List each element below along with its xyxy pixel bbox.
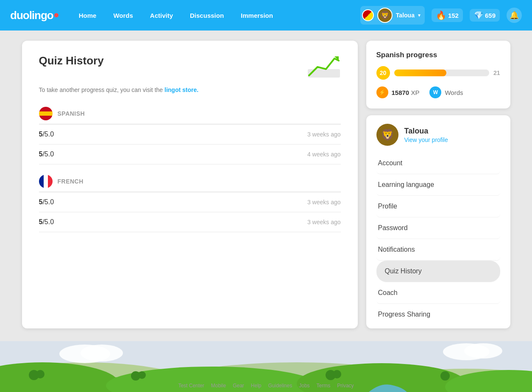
menu-item-learning-language[interactable]: Learning language	[376, 174, 500, 196]
table-row: 5/5.0 3 weeks ago	[39, 125, 341, 145]
nav-immersion[interactable]: Immersion	[234, 8, 280, 22]
svg-point-16	[333, 370, 341, 378]
svg-point-17	[440, 371, 450, 381]
footer: Test Center Mobile Gear Help Guidelines …	[178, 383, 354, 389]
svg-rect-0	[308, 69, 340, 78]
menu-item-account[interactable]: Account	[376, 153, 500, 174]
score-time: 4 weeks ago	[307, 151, 341, 158]
footer-link-guidelines[interactable]: Guidelines	[268, 383, 292, 389]
progress-title: Spanish progress	[376, 51, 500, 59]
spanish-section: SPANISH 5/5.0 3 weeks ago 5/5.0 4 weeks …	[39, 107, 341, 164]
menu-item-password[interactable]: Password	[376, 217, 500, 239]
score-value: 5/5.0	[39, 150, 54, 158]
level-bar-container: 20 21	[376, 66, 500, 80]
gem-icon: 💎	[474, 11, 483, 20]
nav-home[interactable]: Home	[72, 8, 103, 22]
svg-point-10	[445, 370, 532, 392]
progress-bar-background	[394, 70, 489, 76]
profile-header: 🦁 Taloua View your profile	[376, 124, 500, 146]
footer-link-terms[interactable]: Terms	[317, 383, 331, 389]
menu-item-notifications[interactable]: Notifications	[376, 239, 500, 261]
menu-item-progress-sharing[interactable]: Progress Sharing	[376, 304, 500, 325]
footer-link-mobile[interactable]: Mobile	[211, 383, 226, 389]
view-profile-link[interactable]: View your profile	[404, 136, 448, 143]
svg-point-11	[29, 370, 39, 380]
words-stat: W Words	[429, 86, 463, 98]
svg-point-13	[131, 371, 140, 381]
svg-point-15	[326, 370, 336, 380]
gems-count: 659	[485, 12, 496, 19]
lingot-store-link[interactable]: lingot store.	[164, 86, 198, 93]
footer-link-gear[interactable]: Gear	[233, 383, 244, 389]
profile-info: Taloua View your profile	[404, 127, 448, 143]
quiz-header: Quiz History	[39, 54, 341, 80]
score-time: 3 weeks ago	[307, 199, 341, 206]
svg-point-7	[0, 362, 119, 392]
quiz-subtitle: To take another progress quiz, you can v…	[39, 86, 341, 93]
words-label: Words	[445, 89, 463, 96]
streak-badge[interactable]: 🔥 152	[432, 8, 463, 22]
xp-stat: ⚡ 15870 XP	[376, 86, 420, 98]
footer-link-privacy[interactable]: Privacy	[337, 383, 354, 389]
score-value: 5/5.0	[39, 198, 54, 206]
score-value: 5/5.0	[39, 131, 54, 138]
menu-item-quiz-history[interactable]: Quiz History	[376, 261, 500, 282]
navbar: duolingo Home Words Activity Discussion …	[0, 0, 532, 31]
profile-name: Taloua	[404, 127, 448, 136]
svg-point-5	[348, 369, 532, 392]
french-flag	[39, 175, 53, 188]
spanish-label: SPANISH	[58, 110, 85, 117]
table-row: 5/5.0 3 weeks ago	[39, 192, 341, 212]
chevron-down-icon: ▾	[418, 12, 421, 18]
user-avatar-nav: 🦁	[377, 8, 393, 23]
level-next-badge: 21	[493, 70, 500, 76]
footer-link-help[interactable]: Help	[251, 383, 262, 389]
user-name-nav: Taloua	[396, 12, 415, 19]
chart-icon	[307, 54, 341, 80]
spanish-flag	[39, 107, 53, 120]
spanish-header: SPANISH	[39, 107, 341, 125]
quiz-title: Quiz History	[39, 54, 104, 67]
user-menu-trigger[interactable]: 🦁 Taloua ▾	[360, 6, 425, 25]
svg-point-12	[36, 370, 45, 378]
profile-menu-card: 🦁 Taloua View your profile Account Learn…	[366, 115, 510, 328]
svg-point-20	[443, 343, 490, 360]
streak-count: 152	[448, 12, 459, 19]
avatar: 🦁	[376, 124, 398, 146]
words-icon: W	[429, 86, 441, 98]
french-section: FRENCH 5/5.0 3 weeks ago 5/5.0 3 weeks a…	[39, 175, 341, 232]
menu-item-coach[interactable]: Coach	[376, 282, 500, 304]
table-row: 5/5.0 4 weeks ago	[39, 145, 341, 164]
footer-link-testcenter[interactable]: Test Center	[178, 383, 204, 389]
french-label: FRENCH	[58, 178, 84, 185]
score-time: 3 weeks ago	[307, 131, 341, 138]
french-header: FRENCH	[39, 175, 341, 192]
fire-icon: 🔥	[436, 10, 446, 20]
nav-right: 🦁 Taloua ▾ 🔥 152 💎 659 🔔	[360, 6, 522, 25]
xp-value: 15870 XP	[392, 89, 420, 96]
gems-badge[interactable]: 💎 659	[470, 9, 500, 22]
menu-item-profile[interactable]: Profile	[376, 196, 500, 217]
logo[interactable]: duolingo	[10, 9, 58, 22]
nav-discussion[interactable]: Discussion	[183, 8, 231, 22]
quiz-history-card: Quiz History To take another progress qu…	[22, 41, 358, 328]
svg-point-18	[59, 345, 110, 363]
main-content: Quiz History To take another progress qu…	[12, 31, 521, 328]
right-panel: Spanish progress 20 21 ⚡ 15870 XP W Word…	[366, 41, 510, 328]
spanish-progress-card: Spanish progress 20 21 ⚡ 15870 XP W Word…	[366, 41, 510, 108]
score-value: 5/5.0	[39, 218, 54, 226]
notifications-bell-button[interactable]: 🔔	[507, 8, 522, 23]
nav-words[interactable]: Words	[106, 8, 139, 22]
progress-bar-fill	[394, 70, 446, 76]
nav-activity[interactable]: Activity	[143, 8, 180, 22]
svg-point-19	[81, 345, 123, 361]
svg-point-14	[138, 371, 146, 379]
table-row: 5/5.0 3 weeks ago	[39, 212, 341, 232]
xp-icon: ⚡	[376, 86, 388, 98]
logo-dot	[54, 13, 58, 17]
user-language-flag	[362, 9, 374, 21]
score-time: 3 weeks ago	[307, 219, 341, 225]
progress-stats: ⚡ 15870 XP W Words	[376, 86, 500, 98]
footer-link-jobs[interactable]: Jobs	[299, 383, 309, 389]
logo-text: duolingo	[10, 9, 53, 22]
